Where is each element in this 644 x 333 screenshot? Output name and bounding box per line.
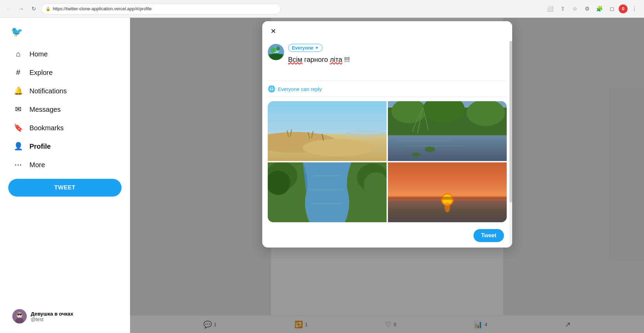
sidebar-item-label-profile: Profile [29,143,51,150]
tweet-button[interactable]: TWEET [8,179,122,197]
user-profile-mini[interactable]: Девушка в очках @test [8,305,122,328]
avatar [12,309,27,323]
submit-area: Tweet [268,226,507,242]
user-handle: @test [31,317,73,322]
composer-content: Everyone ▼ Всім гарного літа !!! [288,44,507,81]
sidebar-item-profile[interactable]: 👤 Profile [8,138,122,155]
svg-point-14 [344,130,386,137]
svg-point-11 [269,53,283,60]
extensions-button[interactable]: ⚙ [582,3,593,14]
media-grid [268,101,507,222]
browser-actions: ⬜ ⇧ ☆ ⚙ 🧩 ◻ 0 ⋮ [545,3,640,14]
tweet-text-exclamation: !!! [344,56,350,63]
user-display-name: Девушка в очках [31,311,73,317]
sidebar: 🐦 ⌂ Home # Explore 🔔 Notifications ✉ Mes… [0,18,130,333]
tweet-submit-button[interactable]: Tweet [473,229,504,242]
sidebar-item-label-home: Home [29,50,48,58]
svg-point-10 [276,46,280,51]
tweet-text-word1: Всім [288,56,303,63]
address-bar[interactable]: 🔒 https://twitter-clone-application.verc… [41,3,281,14]
media-cell-river[interactable] [268,162,387,222]
star-button[interactable]: ☆ [569,3,580,14]
svg-rect-27 [388,135,507,161]
lock-icon: 🔒 [46,6,51,11]
audience-label: Everyone [292,45,314,51]
modal-header: ✕ [262,21,512,41]
globe-icon: 🌐 [268,85,275,93]
back-button[interactable]: ← [4,4,14,14]
tweet-text-word2: гарного [304,56,330,63]
sidebar-item-label-notifications: Notifications [29,87,67,95]
composer-avatar [268,44,284,60]
composer-area: Everyone ▼ Всім гарного літа !!! [268,44,507,81]
svg-rect-5 [17,314,22,315]
profile-icon: 👤 [14,142,23,151]
sidebar-item-explore[interactable]: # Explore [8,64,122,81]
audience-selector[interactable]: Everyone ▼ [288,44,323,52]
media-cell-pond[interactable] [388,101,507,161]
tweet-compose-modal: ✕ [262,21,512,248]
user-info: Девушка в очках @test [31,311,73,322]
puzzle-button[interactable]: 🧩 [594,3,605,14]
svg-point-44 [444,202,450,213]
menu-button[interactable]: ⋮ [629,3,640,14]
media-cell-sunset[interactable] [388,162,507,222]
sidebar-item-label-more: More [29,161,45,169]
main-content: ← Девушка в очках 💬 1 🔁 1 ♡ 0 📊 4 [130,18,644,333]
cast-button[interactable]: ⬜ [545,3,556,14]
reload-button[interactable]: ↻ [29,4,38,14]
messages-icon: ✉ [14,105,23,114]
svg-point-31 [412,152,420,157]
media-cell-beach[interactable] [268,101,387,161]
home-icon: ⌂ [14,50,23,58]
sidebar-item-label-explore: Explore [29,69,53,77]
browser-chrome: ← → ↻ 🔒 https://twitter-clone-applicatio… [0,0,644,18]
explore-icon: # [14,68,23,77]
url-text: https://twitter-clone-application.vercel… [53,6,152,11]
tweet-text-word3: літа [330,56,342,63]
bookmarks-icon: 🔖 [14,123,23,132]
modal-body: Everyone ▼ Всім гарного літа !!! [262,41,512,248]
app-container: 🐦 ⌂ Home # Explore 🔔 Notifications ✉ Mes… [0,18,644,333]
svg-point-16 [303,139,372,156]
sidebar-item-notifications[interactable]: 🔔 Notifications [8,82,122,99]
close-button[interactable]: ✕ [268,25,279,37]
everyone-reply-label: Everyone can reply [278,86,322,92]
svg-rect-46 [388,197,507,199]
tweet-text: Всім гарного літа !!! [288,55,507,75]
sidebar-item-label-messages: Messages [29,106,61,114]
svg-point-9 [270,47,276,53]
chrome-profile[interactable]: 0 [619,4,628,13]
sidebar-item-bookmarks[interactable]: 🔖 Bookmarks [8,119,122,136]
svg-point-30 [425,147,435,152]
sidebar-item-messages[interactable]: ✉ Messages [8,101,122,118]
chevron-down-icon: ▼ [315,45,319,50]
more-icon: ⋯ [14,160,23,169]
sidebar-item-more[interactable]: ⋯ More [8,156,122,173]
forward-button[interactable]: → [16,4,26,14]
notifications-icon: 🔔 [14,86,23,95]
everyone-reply-bar[interactable]: 🌐 Everyone can reply [268,81,507,97]
share-page-button[interactable]: ⇧ [557,3,568,14]
window-button[interactable]: ◻ [606,3,617,14]
sidebar-item-home[interactable]: ⌂ Home [8,45,122,63]
twitter-logo[interactable]: 🐦 [8,23,122,40]
sidebar-item-label-bookmarks: Bookmarks [29,124,64,132]
